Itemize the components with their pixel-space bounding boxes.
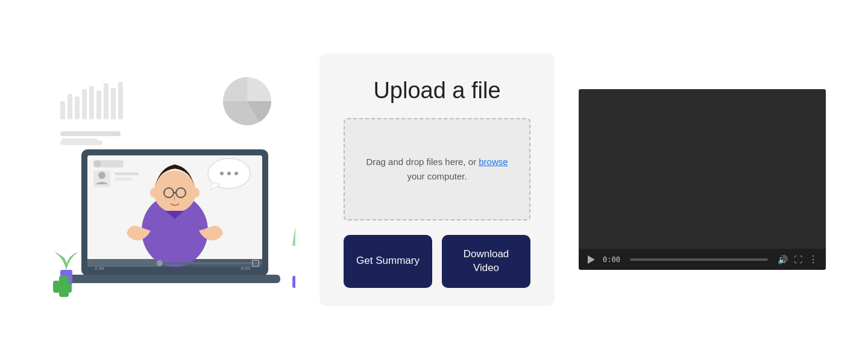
svg-rect-35 — [115, 178, 133, 181]
svg-rect-5 — [96, 90, 101, 119]
svg-rect-47 — [61, 139, 98, 142]
svg-rect-36 — [93, 262, 262, 264]
svg-rect-3 — [82, 89, 87, 119]
svg-text:2:34: 2:34 — [95, 266, 104, 271]
svg-rect-0 — [60, 101, 65, 119]
time-display: 0:00 — [603, 255, 620, 264]
svg-rect-45 — [64, 283, 72, 293]
svg-rect-8 — [118, 82, 123, 119]
progress-bar[interactable] — [630, 258, 768, 261]
svg-point-27 — [94, 160, 101, 167]
fullscreen-icon: ⛶ — [794, 255, 802, 264]
svg-rect-42 — [292, 276, 295, 288]
illustration-panel: 2:34 0:00 — [42, 47, 295, 312]
more-options-button[interactable]: ⋮ — [808, 254, 819, 265]
browse-link[interactable]: browse — [479, 157, 508, 167]
video-controls: 0:00 🔊 ⛶ ⋮ — [579, 249, 826, 270]
svg-point-31 — [234, 172, 238, 175]
svg-rect-4 — [89, 86, 94, 119]
svg-rect-34 — [115, 172, 139, 175]
svg-point-29 — [220, 172, 224, 175]
svg-point-30 — [227, 172, 231, 175]
svg-point-25 — [192, 188, 200, 198]
buttons-row: Get Summary DownloadVideo — [344, 235, 530, 288]
dropzone[interactable]: Drag and drop files here, or browse your… — [344, 118, 530, 220]
upload-title: Upload a file — [373, 78, 500, 104]
volume-button[interactable]: 🔊 — [778, 255, 788, 264]
video-panel: 0:00 🔊 ⛶ ⋮ — [579, 89, 826, 270]
svg-rect-1 — [68, 94, 72, 119]
svg-rect-7 — [111, 88, 116, 119]
svg-point-24 — [150, 188, 157, 198]
svg-text:0:00: 0:00 — [241, 266, 250, 271]
download-video-button[interactable]: DownloadVideo — [442, 235, 530, 288]
svg-rect-44 — [53, 281, 60, 293]
upload-panel: Upload a file Drag and drop files here, … — [319, 54, 555, 306]
svg-rect-14 — [69, 275, 280, 283]
volume-icon: 🔊 — [778, 255, 788, 264]
fullscreen-button[interactable]: ⛶ — [794, 255, 802, 264]
main-container: 2:34 0:00 Upload a file Drag — [0, 47, 868, 312]
svg-point-37 — [157, 260, 163, 266]
play-button[interactable] — [586, 254, 597, 265]
svg-point-33 — [98, 172, 105, 179]
play-icon — [588, 255, 595, 264]
video-screen — [579, 89, 826, 249]
more-icon: ⋮ — [808, 254, 819, 264]
get-summary-button[interactable]: Get Summary — [344, 235, 432, 288]
hero-illustration: 2:34 0:00 — [42, 53, 295, 306]
dropzone-text: Drag and drop files here, or browse your… — [357, 155, 517, 184]
svg-rect-6 — [104, 83, 108, 119]
svg-point-20 — [154, 170, 196, 213]
svg-rect-2 — [75, 96, 80, 119]
svg-rect-46 — [61, 133, 110, 136]
